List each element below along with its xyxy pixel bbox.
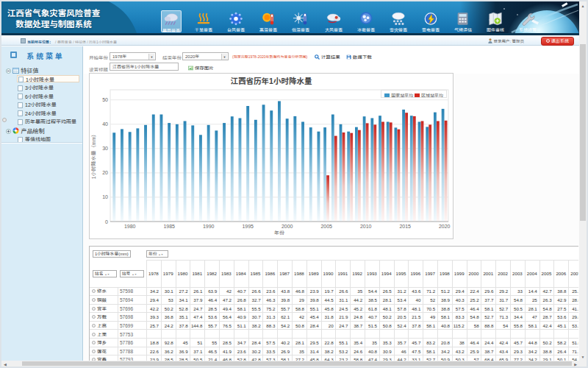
svg-text:1980: 1980 [124, 222, 136, 230]
svg-text:1995: 1995 [242, 222, 254, 230]
svg-text:0: 0 [105, 218, 108, 225]
svg-text:2020: 2020 [439, 222, 451, 230]
svg-text:20: 20 [102, 169, 108, 176]
svg-text:30: 30 [102, 144, 108, 152]
svg-text:40: 40 [102, 120, 108, 127]
svg-text:1小时降水量（mm）: 1小时降水量（mm） [90, 132, 97, 180]
svg-text:1985: 1985 [163, 222, 175, 230]
svg-text:2005: 2005 [320, 222, 332, 230]
svg-text:2010: 2010 [360, 222, 372, 230]
svg-text:1990: 1990 [203, 222, 215, 230]
svg-text:2000: 2000 [282, 222, 293, 230]
svg-text:10: 10 [102, 193, 108, 200]
svg-text:50: 50 [102, 96, 108, 103]
svg-text:年份: 年份 [274, 229, 284, 236]
svg-text:2015: 2015 [399, 222, 411, 230]
